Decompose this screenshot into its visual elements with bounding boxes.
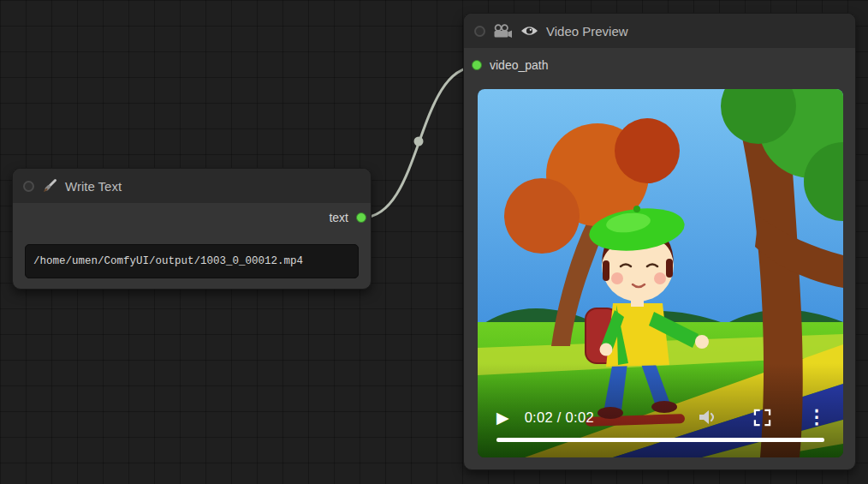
eye-icon	[520, 25, 538, 37]
brush-icon	[42, 178, 57, 194]
output-slot-row: text	[13, 203, 371, 232]
video-progress-fill	[496, 438, 824, 442]
node-title: Video Preview	[546, 24, 628, 39]
node-video-preview[interactable]: Video Preview video_path	[463, 13, 856, 470]
node-title: Write Text	[65, 179, 122, 194]
input-slot-video_path[interactable]	[472, 60, 482, 70]
graph-canvas[interactable]: Write Text text /home/umen/ComfyUI/outpu…	[0, 0, 868, 484]
text-widget[interactable]: /home/umen/ComfyUI/output/1003_0_00012.m…	[25, 244, 359, 278]
time-display: 0:02 / 0:02	[525, 409, 594, 426]
camcorder-icon	[493, 24, 513, 39]
video-controls: ▶ 0:02 / 0:02 ⋮	[495, 408, 826, 427]
fullscreen-button[interactable]	[753, 409, 771, 427]
video-preview-player[interactable]: ▶ 0:02 / 0:02 ⋮	[478, 89, 843, 457]
video-frame-image	[478, 89, 843, 457]
volume-icon	[697, 409, 717, 426]
volume-button[interactable]	[697, 409, 717, 426]
output-slot-text[interactable]	[356, 212, 366, 223]
overflow-menu-button[interactable]: ⋮	[807, 408, 826, 427]
link-path[interactable]	[362, 67, 476, 218]
input-slot-row: video_path	[464, 48, 855, 82]
fullscreen-icon	[753, 409, 771, 427]
output-slot-label: text	[329, 211, 348, 224]
collapse-dot[interactable]	[23, 181, 34, 192]
node-write-text-titlebar[interactable]: Write Text	[13, 169, 371, 203]
video-progress-bar[interactable]	[496, 438, 824, 442]
node-write-text[interactable]: Write Text text /home/umen/ComfyUI/outpu…	[12, 168, 372, 290]
node-video-preview-titlebar[interactable]: Video Preview	[464, 14, 855, 48]
play-button[interactable]: ▶	[495, 409, 511, 426]
input-slot-label: video_path	[490, 58, 549, 72]
collapse-dot[interactable]	[474, 26, 485, 37]
